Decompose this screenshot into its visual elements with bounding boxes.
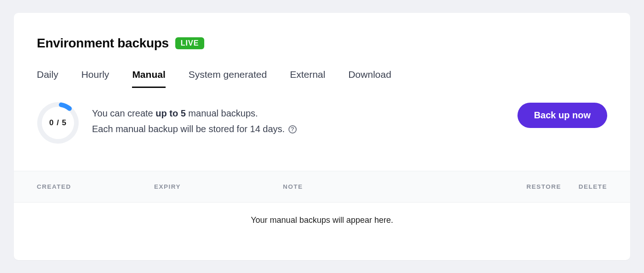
page-title: Environment backups	[37, 36, 169, 51]
info-text: You can create up to 5 manual backups. E…	[92, 102, 505, 137]
column-header-delete: DELETE	[561, 183, 607, 190]
column-header-created: CREATED	[37, 183, 154, 190]
column-header-expiry: EXPIRY	[154, 183, 283, 190]
info-row: 0 / 5 You can create up to 5 manual back…	[14, 88, 630, 144]
info-line-2-text: Each manual backup will be stored for 14…	[92, 124, 285, 134]
tab-hourly[interactable]: Hourly	[81, 69, 109, 88]
info-line-1-post: manual backups.	[186, 108, 258, 118]
tab-external[interactable]: External	[290, 69, 325, 88]
column-header-restore: RESTORE	[492, 183, 561, 190]
header-row: Environment backups LIVE	[14, 13, 630, 51]
live-badge: LIVE	[175, 37, 205, 49]
help-icon[interactable]: ?	[288, 125, 297, 134]
table-header: CREATED EXPIRY NOTE RESTORE DELETE	[14, 171, 630, 203]
info-line-1: You can create up to 5 manual backups.	[92, 105, 505, 121]
gauge-label: 0 / 5	[37, 102, 79, 144]
backup-now-button[interactable]: Back up now	[518, 103, 607, 128]
usage-gauge: 0 / 5	[37, 102, 79, 144]
tab-manual[interactable]: Manual	[132, 69, 165, 88]
tab-download[interactable]: Download	[348, 69, 391, 88]
tabs: Daily Hourly Manual System generated Ext…	[14, 51, 630, 88]
info-line-2: Each manual backup will be stored for 14…	[92, 121, 505, 137]
info-line-1-pre: You can create	[92, 108, 155, 118]
tab-system-generated[interactable]: System generated	[189, 69, 267, 88]
backups-card: Environment backups LIVE Daily Hourly Ma…	[14, 13, 630, 260]
tab-daily[interactable]: Daily	[37, 69, 58, 88]
empty-state-message: Your manual backups will appear here.	[14, 203, 630, 239]
info-line-1-strong: up to 5	[155, 108, 186, 118]
column-header-note: NOTE	[283, 183, 492, 190]
